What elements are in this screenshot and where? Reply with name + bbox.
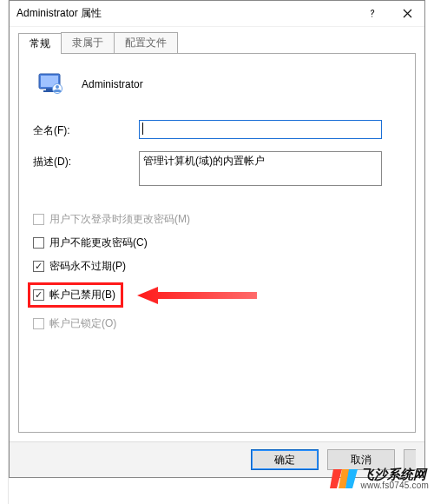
watermark: 飞沙系统网 www.fs0745.com bbox=[328, 464, 429, 494]
client-area: 常规 隶属于 配置文件 Administrator bbox=[10, 27, 424, 441]
user-monitor-icon bbox=[36, 70, 66, 99]
tab-member-of[interactable]: 隶属于 bbox=[61, 32, 115, 53]
properties-dialog: Administrator 属性 常规 隶属于 配置文件 bbox=[9, 0, 425, 478]
background-sliver bbox=[0, 0, 9, 504]
highlight-annotation: 帐户已禁用(B) bbox=[28, 282, 123, 308]
tab-strip: 常规 隶属于 配置文件 bbox=[18, 34, 416, 53]
tab-label: 常规 bbox=[30, 37, 50, 50]
watermark-text: 飞沙系统网 www.fs0745.com bbox=[361, 468, 429, 490]
svg-rect-2 bbox=[46, 89, 53, 90]
must-change-checkbox bbox=[33, 214, 44, 225]
button-label: 确定 bbox=[274, 453, 295, 468]
text-caret bbox=[142, 123, 143, 135]
account-name: Administrator bbox=[82, 78, 143, 90]
help-button[interactable] bbox=[355, 1, 390, 27]
never-expire-label: 密码永不过期(P) bbox=[49, 259, 126, 274]
tab-profile[interactable]: 配置文件 bbox=[114, 32, 178, 53]
window-title: Administrator 属性 bbox=[16, 6, 102, 21]
description-input[interactable] bbox=[139, 151, 382, 186]
cannot-change-checkbox[interactable] bbox=[33, 237, 44, 249]
never-expire-checkbox[interactable] bbox=[33, 261, 44, 272]
description-label: 描述(D): bbox=[33, 151, 139, 169]
disabled-row: 帐户已禁用(B) bbox=[28, 282, 401, 308]
close-icon bbox=[403, 9, 412, 18]
never-expire-row: 密码永不过期(P) bbox=[33, 259, 401, 274]
locked-row: 帐户已锁定(O) bbox=[33, 316, 401, 331]
tab-label: 配置文件 bbox=[125, 36, 167, 49]
titlebar: Administrator 属性 bbox=[10, 1, 424, 27]
cannot-change-row: 用户不能更改密码(C) bbox=[33, 235, 401, 250]
account-disabled-checkbox[interactable] bbox=[33, 289, 44, 301]
must-change-label: 用户下次登录时须更改密码(M) bbox=[49, 212, 190, 227]
close-button[interactable] bbox=[390, 1, 424, 27]
fullname-label: 全名(F): bbox=[33, 120, 139, 138]
tab-general[interactable]: 常规 bbox=[18, 33, 62, 54]
locked-label: 帐户已锁定(O) bbox=[49, 316, 116, 331]
cannot-change-label: 用户不能更改密码(C) bbox=[49, 235, 148, 250]
window-controls bbox=[355, 1, 424, 27]
must-change-row: 用户下次登录时须更改密码(M) bbox=[33, 212, 401, 227]
account-header: Administrator bbox=[36, 70, 401, 99]
arrow-annotation bbox=[137, 285, 259, 306]
watermark-logo-icon bbox=[328, 464, 358, 494]
tab-label: 隶属于 bbox=[72, 36, 103, 49]
svg-point-5 bbox=[56, 85, 59, 89]
watermark-url: www.fs0745.com bbox=[361, 481, 429, 491]
svg-marker-6 bbox=[137, 287, 257, 304]
locked-checkbox bbox=[33, 318, 44, 329]
description-row: 描述(D): bbox=[33, 151, 401, 186]
account-disabled-label: 帐户已禁用(B) bbox=[49, 288, 115, 302]
help-icon bbox=[367, 9, 378, 19]
ok-button[interactable]: 确定 bbox=[251, 449, 319, 470]
watermark-name: 飞沙系统网 bbox=[361, 468, 429, 481]
fullname-row: 全名(F): bbox=[33, 120, 401, 139]
fullname-input[interactable] bbox=[139, 120, 382, 139]
tab-panel-general: Administrator 全名(F): 描述(D): 用户下次登录时须更改密码… bbox=[18, 53, 416, 433]
